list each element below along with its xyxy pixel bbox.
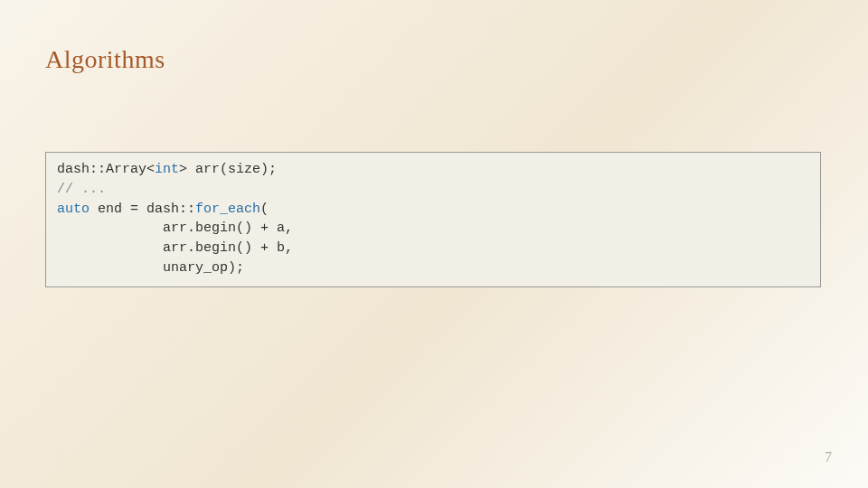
code-line-4: arr.begin() + a, xyxy=(57,221,293,236)
code-line-6: unary_op); xyxy=(57,260,244,276)
slide: Algorithms dash::Array<int> arr(size); /… xyxy=(0,0,868,488)
page-number: 7 xyxy=(825,449,832,465)
code-line-3-a: end = dash:: xyxy=(90,202,195,217)
slide-title: Algorithms xyxy=(45,45,165,74)
code-comment: // ... xyxy=(57,182,106,197)
code-line-1-a: dash::Array< xyxy=(57,162,155,177)
code-line-5: arr.begin() + b, xyxy=(57,240,293,256)
code-line-3-b: ( xyxy=(260,202,269,217)
code-line-1-b: > arr(size); xyxy=(179,162,277,177)
code-block: dash::Array<int> arr(size); // ... auto … xyxy=(45,152,821,287)
code-fn-for_each: for_each xyxy=(195,202,260,217)
code-keyword-auto: auto xyxy=(57,202,90,217)
code-keyword-int: int xyxy=(155,162,179,177)
